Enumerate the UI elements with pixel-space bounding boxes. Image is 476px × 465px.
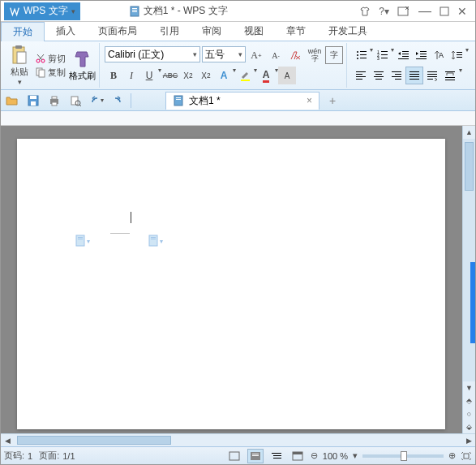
svg-rect-48: [392, 76, 401, 77]
tab-page-layout[interactable]: 页面布局: [87, 22, 148, 41]
zoom-slider[interactable]: [362, 454, 444, 458]
bullet-list-button[interactable]: [352, 46, 370, 64]
fullscreen-icon[interactable]: [397, 6, 410, 17]
page-marker-icon[interactable]: ▾: [148, 235, 163, 248]
view-page-button[interactable]: [247, 449, 264, 463]
cut-button[interactable]: 剪切: [35, 53, 66, 65]
svg-rect-87: [464, 454, 469, 459]
subscript-button[interactable]: X2: [197, 67, 215, 84]
zoom-dropdown[interactable]: ▾: [353, 450, 358, 461]
scroll-track-h[interactable]: [14, 434, 462, 446]
clear-format-button[interactable]: [286, 46, 304, 64]
tab-chapter[interactable]: 章节: [275, 22, 317, 41]
tab-references[interactable]: 引用: [148, 22, 191, 41]
increase-indent-button[interactable]: [412, 46, 430, 64]
italic-button[interactable]: I: [122, 67, 140, 84]
svg-rect-76: [151, 237, 156, 238]
scroll-left-button[interactable]: ◀: [1, 434, 14, 446]
pinyin-button[interactable]: wén字: [306, 46, 324, 64]
bold-button[interactable]: B: [105, 67, 122, 84]
side-panel-handle[interactable]: [470, 262, 475, 343]
line-spacing-button[interactable]: [448, 46, 465, 64]
font-color-button[interactable]: A: [257, 67, 275, 84]
undo-button[interactable]: ▾: [88, 93, 105, 109]
open-button[interactable]: [4, 93, 20, 109]
text-direction-button[interactable]: A: [430, 46, 448, 64]
svg-rect-82: [272, 453, 281, 454]
font-size-select[interactable]: 五号▾: [202, 46, 246, 62]
zoom-slider-thumb[interactable]: [401, 451, 407, 461]
align-right-button[interactable]: [388, 67, 405, 84]
increase-font-button[interactable]: A+: [247, 46, 265, 64]
align-center-button[interactable]: [370, 67, 388, 84]
font-name-select[interactable]: Calibri (正文)▾: [105, 46, 200, 62]
app-name: WPS 文字: [24, 4, 68, 18]
strike-button[interactable]: ABC: [161, 67, 179, 84]
scroll-track[interactable]: [463, 139, 475, 381]
svg-rect-56: [427, 76, 437, 77]
copy-button[interactable]: 复制: [35, 67, 66, 79]
horizontal-scrollbar[interactable]: ◀ ▶: [1, 433, 475, 446]
tab-view[interactable]: 视图: [233, 22, 275, 41]
horizontal-ruler[interactable]: [1, 111, 475, 126]
skin-icon[interactable]: [359, 6, 371, 17]
browse-object-button[interactable]: ○: [463, 407, 475, 420]
redo-button[interactable]: [109, 93, 126, 109]
tab-start[interactable]: 开始: [1, 22, 45, 41]
save-button[interactable]: [25, 93, 41, 109]
paste-button[interactable]: 粘贴▾: [7, 43, 32, 88]
view-fullscreen-button[interactable]: [226, 449, 242, 463]
align-left-button[interactable]: [352, 67, 370, 84]
zoom-out-button[interactable]: ⊖: [311, 450, 318, 461]
zoom-in-button[interactable]: ⊕: [448, 450, 456, 461]
scroll-thumb-h[interactable]: [17, 436, 171, 445]
align-distribute-button[interactable]: [423, 67, 441, 84]
next-page-button[interactable]: ⬙: [463, 420, 475, 433]
char-shading-button[interactable]: A: [278, 67, 296, 84]
tab-dev-tools[interactable]: 开发工具: [317, 22, 379, 41]
decrease-font-button[interactable]: A-: [267, 46, 285, 64]
text-effect-button[interactable]: A: [215, 67, 233, 84]
tab-stops-button[interactable]: [441, 67, 459, 84]
tab-insert[interactable]: 插入: [45, 22, 87, 41]
text-cursor: [131, 212, 131, 223]
scroll-thumb[interactable]: [465, 142, 474, 191]
underline-button[interactable]: U: [140, 67, 158, 84]
svg-rect-65: [52, 97, 57, 99]
decrease-indent-button[interactable]: [394, 46, 412, 64]
svg-rect-62: [30, 96, 36, 99]
scroll-up-button[interactable]: ▲: [463, 126, 475, 139]
prev-page-button[interactable]: ⬘: [463, 394, 475, 407]
highlight-color-button[interactable]: [236, 67, 254, 84]
ribbon-tabs: 开始 插入 页面布局 引用 审阅 视图 章节 开发工具: [1, 22, 475, 41]
view-web-button[interactable]: [289, 449, 306, 463]
document-tab[interactable]: 文档1 * ×: [165, 92, 319, 110]
fit-page-button[interactable]: [461, 451, 472, 461]
clipboard-group: 粘贴▾ 剪切 复制 格式刷: [4, 43, 100, 88]
maximize-button[interactable]: [440, 6, 449, 16]
page-marker-icon[interactable]: ▾: [75, 235, 90, 248]
superscript-button[interactable]: X2: [179, 67, 197, 84]
paragraph-group: ▾ 123▾ A ▾ ▾: [349, 43, 472, 88]
view-outline-button[interactable]: [268, 449, 285, 463]
format-painter-button[interactable]: 格式刷: [69, 49, 96, 82]
close-tab-button[interactable]: ×: [307, 95, 312, 106]
new-tab-button[interactable]: +: [329, 94, 336, 107]
paste-icon: [11, 45, 28, 66]
svg-rect-27: [402, 54, 409, 54]
tab-review[interactable]: 审阅: [191, 22, 233, 41]
align-justify-button[interactable]: [405, 67, 423, 84]
help-icon[interactable]: ?▾: [379, 6, 389, 17]
app-menu-button[interactable]: WPS 文字 ▾: [4, 2, 80, 20]
scroll-down-button[interactable]: ▼: [463, 381, 475, 394]
page[interactable]: ▾ ▾: [17, 139, 445, 429]
print-preview-button[interactable]: [67, 93, 84, 109]
scroll-right-button[interactable]: ▶: [462, 434, 475, 446]
svg-rect-59: [445, 77, 455, 78]
print-button[interactable]: [46, 93, 62, 109]
char-border-button[interactable]: 字: [325, 46, 343, 64]
close-button[interactable]: ✕: [457, 5, 467, 18]
minimize-button[interactable]: —: [418, 4, 431, 19]
svg-rect-12: [39, 70, 45, 77]
number-list-button[interactable]: 123: [373, 46, 391, 64]
